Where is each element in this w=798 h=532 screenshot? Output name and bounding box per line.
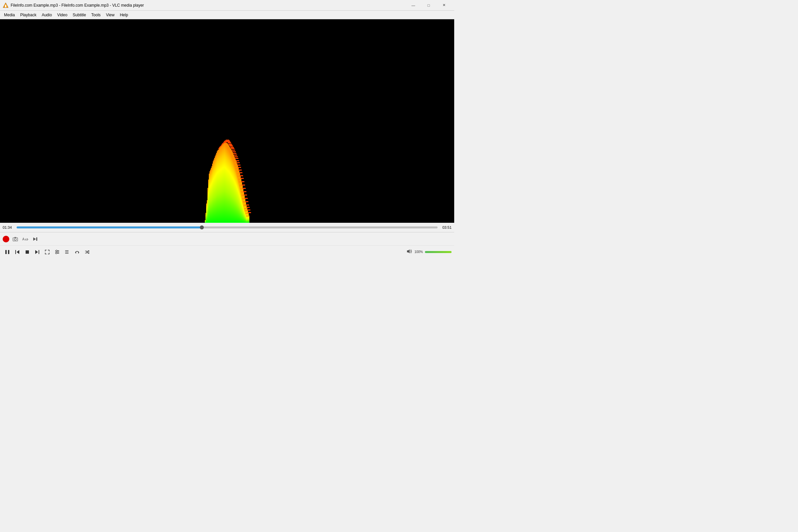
svg-marker-16 (35, 250, 38, 254)
video-area (0, 19, 454, 223)
eq-peak-38 (232, 150, 235, 151)
eq-peak-32 (228, 142, 231, 143)
menu-item-help[interactable]: Help (117, 12, 131, 18)
seek-bar-area: 01:34 03:51 (0, 223, 454, 232)
svg-rect-25 (65, 253, 69, 254)
svg-rect-15 (39, 250, 39, 254)
record-button[interactable] (3, 236, 9, 242)
eq-peak-52 (241, 181, 244, 182)
play-pause-button[interactable] (3, 247, 12, 256)
loop-button[interactable] (73, 247, 82, 256)
svg-rect-12 (15, 250, 16, 254)
seek-bar-fill (17, 226, 202, 228)
eq-peak-46 (237, 165, 241, 166)
menu-item-video[interactable]: Video (55, 12, 70, 18)
svg-marker-8 (33, 238, 36, 241)
eq-peak-39 (232, 151, 236, 152)
window-controls: — □ ✕ (406, 0, 452, 11)
svg-rect-5 (14, 237, 16, 238)
eq-peak-50 (240, 175, 243, 176)
svg-marker-13 (17, 250, 19, 254)
svg-point-22 (56, 252, 57, 254)
prev-button[interactable] (13, 247, 22, 256)
menu-item-playback[interactable]: Playback (18, 12, 39, 18)
controls-row1: A B (0, 232, 454, 245)
close-button[interactable]: ✕ (436, 0, 452, 11)
eq-peak-49 (239, 172, 242, 173)
next-button[interactable] (33, 247, 42, 256)
svg-text:A: A (22, 238, 25, 241)
random-button[interactable] (82, 247, 92, 256)
menu-item-subtitle[interactable]: Subtitle (70, 12, 89, 18)
stop-button[interactable] (23, 247, 32, 256)
eq-bar-fill-62 (246, 215, 249, 223)
eq-peak-35 (230, 146, 233, 147)
volume-icon[interactable] (406, 249, 412, 255)
menu-item-media[interactable]: Media (1, 12, 18, 18)
eq-peak-55 (243, 191, 246, 192)
menu-item-tools[interactable]: Tools (89, 12, 103, 18)
title-bar: FileInfo.com Example.mp3 - FileInfo.com … (0, 0, 454, 11)
volume-area: 100% (406, 249, 452, 255)
time-elapsed: 01:34 (3, 225, 15, 229)
svg-rect-23 (65, 250, 69, 251)
svg-rect-14 (25, 250, 29, 254)
svg-point-21 (57, 251, 58, 252)
svg-point-4 (14, 239, 16, 241)
svg-text:B: B (25, 238, 26, 241)
time-total: 03:51 (440, 225, 452, 229)
snapshot-button[interactable] (11, 234, 20, 244)
eq-peak-45 (236, 162, 240, 163)
svg-rect-24 (65, 252, 69, 252)
vlc-icon (3, 2, 8, 8)
svg-rect-2 (5, 5, 6, 5)
eq-peak-54 (242, 188, 246, 189)
fullscreen-button[interactable] (42, 247, 52, 256)
eq-peak-56 (244, 194, 247, 195)
eq-peak-43 (235, 158, 239, 159)
playlist-button[interactable] (62, 247, 72, 256)
seek-bar-handle[interactable] (200, 225, 204, 229)
eq-peak-51 (241, 178, 244, 179)
window-title: FileInfo.com Example.mp3 - FileInfo.com … (11, 3, 406, 8)
eq-peak-61 (247, 209, 250, 210)
controls-row2: 100% (0, 245, 454, 255)
svg-marker-26 (407, 249, 410, 253)
frame-step-button[interactable] (31, 234, 40, 244)
menu-item-view[interactable]: View (103, 12, 117, 18)
eq-peak-60 (246, 207, 250, 208)
minimize-button[interactable]: — (406, 0, 421, 11)
svg-rect-10 (5, 250, 7, 254)
svg-point-20 (56, 250, 57, 251)
menu-item-audio[interactable]: Audio (39, 12, 55, 18)
eq-peak-57 (244, 198, 248, 199)
equalizer-visualization (0, 116, 454, 223)
extended-settings-button[interactable] (53, 247, 62, 256)
eq-peak-41 (234, 155, 237, 156)
eq-peak-44 (236, 160, 239, 161)
eq-peak-53 (242, 185, 245, 186)
volume-fill (425, 251, 452, 253)
eq-peak-59 (246, 205, 249, 206)
eq-peak-48 (239, 170, 242, 171)
maximize-button[interactable]: □ (421, 0, 436, 11)
svg-rect-9 (36, 238, 37, 241)
seek-bar[interactable] (17, 226, 438, 228)
eq-peak-42 (234, 156, 238, 157)
volume-label: 100% (414, 250, 423, 254)
eq-peak-37 (231, 148, 234, 149)
eq-peak-58 (245, 201, 248, 202)
loop-ab-button[interactable]: A B (21, 234, 30, 244)
eq-peak-62 (248, 212, 251, 213)
svg-rect-1 (5, 5, 6, 7)
eq-peak-40 (233, 153, 236, 154)
menu-bar: MediaPlaybackAudioVideoSubtitleToolsView… (0, 11, 454, 19)
volume-slider[interactable] (425, 251, 452, 253)
svg-rect-11 (8, 250, 9, 254)
eq-peak-47 (238, 167, 241, 168)
